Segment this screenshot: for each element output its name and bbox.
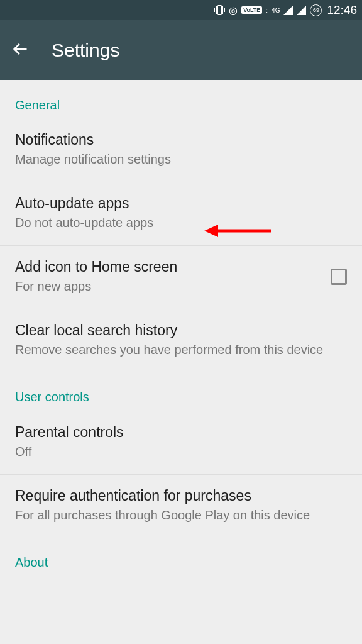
item-title: Auto-update apps <box>15 195 347 212</box>
item-subtitle: Off <box>15 443 347 460</box>
page-title: Settings <box>52 40 119 61</box>
item-subtitle: For new apps <box>15 278 318 295</box>
item-require-auth[interactable]: Require authentication for purchases For… <box>0 475 362 538</box>
signal-icon-2-roaming <box>297 6 306 15</box>
status-colon: : <box>266 7 268 14</box>
item-subtitle: Manage notification settings <box>15 151 347 168</box>
vibrate-icon <box>214 5 225 15</box>
volte-badge: VoLTE <box>241 6 262 14</box>
item-title: Add icon to Home screen <box>15 258 318 275</box>
item-subtitle: For all purchases through Google Play on… <box>15 507 347 524</box>
item-add-icon-home[interactable]: Add icon to Home screen For new apps <box>0 246 362 309</box>
item-title: Notifications <box>15 131 347 148</box>
back-icon[interactable] <box>11 40 29 60</box>
item-notifications[interactable]: Notifications Manage notification settin… <box>0 119 362 182</box>
item-title: Require authentication for purchases <box>15 487 347 504</box>
item-auto-update[interactable]: Auto-update apps Do not auto-update apps <box>0 182 362 246</box>
item-parental-controls[interactable]: Parental controls Off <box>0 411 362 475</box>
item-subtitle: Remove searches you have performed from … <box>15 341 347 358</box>
section-header-user-controls: User controls <box>0 372 362 411</box>
item-title: Clear local search history <box>15 322 347 339</box>
clock: 12:46 <box>327 3 357 17</box>
app-bar: Settings <box>0 20 362 80</box>
item-title: Parental controls <box>15 424 347 441</box>
hotspot-icon: ◎ <box>229 4 238 16</box>
item-clear-search-history[interactable]: Clear local search history Remove search… <box>0 309 362 372</box>
network-label: 4G <box>272 8 280 13</box>
battery-icon: 69 <box>310 4 322 16</box>
battery-percent: 69 <box>313 7 319 13</box>
section-header-about: About <box>0 538 362 576</box>
signal-icon-1 <box>283 6 293 15</box>
settings-content: General Notifications Manage notificatio… <box>0 80 362 576</box>
status-bar: ◎ VoLTE : 4G 69 12:46 <box>0 0 362 20</box>
item-subtitle: Do not auto-update apps <box>15 214 347 231</box>
checkbox-add-icon[interactable] <box>331 269 347 285</box>
section-header-general: General <box>0 80 362 119</box>
